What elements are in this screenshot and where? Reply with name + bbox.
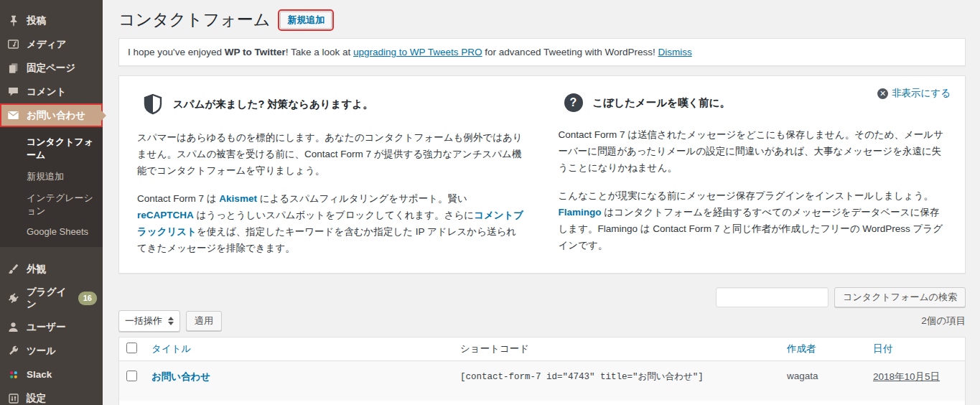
sidebar-item-label: プラグイン <box>27 286 70 310</box>
brush-icon <box>6 262 20 276</box>
shield-icon <box>143 93 163 115</box>
sidebar-item-label: 設定 <box>27 392 46 404</box>
notice-text: for advanced Tweeting with WordPress! <box>482 47 658 57</box>
shortcode-value: [contact-form-7 id="4743" title="お問い合わせ"… <box>460 372 704 382</box>
slack-icon <box>6 368 20 381</box>
sidebar-item-users[interactable]: ユーザー <box>0 315 103 339</box>
submenu-item-add-new[interactable]: 新規追加 <box>0 166 103 187</box>
items-count: 2個の項目 <box>921 315 966 327</box>
sidebar-item-label: 投稿 <box>27 14 46 27</box>
plugin-update-count-badge: 16 <box>78 292 97 305</box>
form-title-link[interactable]: お問い合わせ <box>151 371 210 382</box>
sort-date-header[interactable]: 日付 <box>873 343 892 354</box>
pin-icon <box>6 14 20 27</box>
sidebar-item-media[interactable]: メディア <box>0 32 103 56</box>
settings-icon <box>6 391 20 405</box>
contact-forms-table: タイトル ショートコード 作成者 日付 お問い合わせ [contact-form… <box>118 337 966 405</box>
pages-icon <box>6 61 20 75</box>
users-icon <box>6 320 20 334</box>
sidebar-item-label: コメント <box>27 85 66 98</box>
sidebar-item-label: メディア <box>27 38 66 50</box>
notice-plugin-name: WP to Twitter <box>225 47 286 57</box>
question-icon: ? <box>564 93 583 112</box>
sort-author-header[interactable]: 作成者 <box>787 343 816 354</box>
select-all-checkbox[interactable] <box>126 343 137 353</box>
wrench-icon <box>6 344 20 358</box>
add-new-button[interactable]: 新規追加 <box>280 11 332 29</box>
shortcode-header: ショートコード <box>460 343 529 354</box>
sidebar-item-pages[interactable]: 固定ページ <box>0 56 103 80</box>
media-icon <box>6 37 20 51</box>
sidebar-item-label: 外観 <box>27 263 46 275</box>
sidebar-item-label: 固定ページ <box>27 62 75 74</box>
main-content: コンタクトフォーム 新規追加 I hope you've enjoyed WP … <box>103 0 980 405</box>
sidebar-item-contact[interactable]: お問い合わせ <box>0 103 103 127</box>
notice-text: I hope you've enjoyed <box>128 47 225 57</box>
date-value: 2018年10月5日 <box>873 371 940 382</box>
sidebar-item-settings[interactable]: 設定 <box>0 386 103 405</box>
row-checkbox[interactable] <box>126 371 137 381</box>
flamingo-column: ? こぼしたメールを嘆く前に。 Contact Form 7 は送信されたメッセ… <box>559 88 948 257</box>
sidebar-item-label: Slack <box>27 368 52 381</box>
menu-separator <box>0 247 103 257</box>
search-button[interactable]: コンタクトフォームの検索 <box>834 287 966 307</box>
sort-title-header[interactable]: タイトル <box>151 343 191 354</box>
akismet-link[interactable]: Akismet <box>219 193 257 204</box>
table-header-row: タイトル ショートコード 作成者 日付 <box>119 337 966 360</box>
antispam-paragraph-2: Contact Form 7 は Akismet によるスパムフィルタリングをサ… <box>137 190 526 257</box>
recaptcha-link[interactable]: reCAPTCHA <box>137 210 194 220</box>
antispam-column: スパムが来ました? 対策ならありますよ。 スパマーはあらゆるものを標的にします。… <box>137 88 526 257</box>
sidebar-item-label: お問い合わせ <box>27 109 85 121</box>
antispam-paragraph-1: スパマーはあらゆるものを標的にします。あなたのコンタクトフォームも例外ではありま… <box>137 129 526 180</box>
mail-icon <box>6 108 20 122</box>
author-value: wagata <box>787 371 818 381</box>
flamingo-link[interactable]: Flamingo <box>559 207 602 218</box>
sidebar-item-label: ツール <box>27 345 56 357</box>
cf7-welcome-panel: ✕ 非表示にする スパムが来ました? 対策ならありますよ。 スパマーはあらゆるも… <box>118 75 966 274</box>
sidebar-item-posts[interactable]: 投稿 <box>0 9 103 32</box>
notice-text: ! Take a look at <box>286 47 353 57</box>
submenu-item-google-sheets[interactable]: Google Sheets <box>0 222 103 241</box>
wp-admin-page: 投稿 メディア 固定ページ コメント お問い合わせ <box>0 0 980 405</box>
hide-panel-link[interactable]: ✕ 非表示にする <box>877 87 951 100</box>
comments-icon <box>6 85 20 98</box>
submenu-item-contact-forms[interactable]: コンタクトフォーム <box>0 131 103 166</box>
wp-to-twitter-notice: I hope you've enjoyed WP to Twitter! Tak… <box>118 38 966 66</box>
dismiss-link[interactable]: Dismiss <box>658 47 691 57</box>
search-input[interactable] <box>716 287 829 307</box>
table-row: コンタクトフォーム 1 [contact-form-7 id="3261" ti… <box>119 401 966 405</box>
sidebar-item-comments[interactable]: コメント <box>0 80 103 103</box>
admin-sidebar: 投稿 メディア 固定ページ コメント お問い合わせ <box>0 0 103 405</box>
flamingo-paragraph-1: Contact Form 7 は送信されたメッセージをどこにも保存しません。その… <box>559 126 948 177</box>
sidebar-item-tools[interactable]: ツール <box>0 339 103 363</box>
bulk-action-select[interactable]: 一括操作 <box>118 310 180 332</box>
antispam-heading: スパムが来ました? 対策ならありますよ。 <box>173 98 373 111</box>
sidebar-item-plugins[interactable]: プラグイン 16 <box>0 281 103 315</box>
sidebar-item-slack[interactable]: Slack <box>0 363 103 386</box>
hide-panel-label: 非表示にする <box>892 87 951 100</box>
page-title: コンタクトフォーム <box>118 9 270 30</box>
submenu-item-integration[interactable]: インテグレーション <box>0 187 103 222</box>
close-icon: ✕ <box>877 88 888 99</box>
sidebar-item-appearance[interactable]: 外観 <box>0 257 103 281</box>
upgrade-link[interactable]: upgrading to WP Tweets PRO <box>353 47 482 57</box>
apply-button[interactable]: 適用 <box>186 311 222 331</box>
flamingo-paragraph-2: こんなことが現実になる前にメッセージ保存プラグインをインストールしましょう。Fl… <box>559 187 948 254</box>
sidebar-item-label: ユーザー <box>27 321 66 333</box>
plugin-icon <box>6 292 20 305</box>
select-arrows-icon <box>168 317 174 325</box>
contact-form-submenu: コンタクトフォーム 新規追加 インテグレーション Google Sheets <box>0 127 103 247</box>
bulk-action-label: 一括操作 <box>125 315 162 327</box>
table-row: お問い合わせ [contact-form-7 id="4743" title="… <box>119 360 966 401</box>
flamingo-heading: こぼしたメールを嘆く前に。 <box>593 96 731 110</box>
